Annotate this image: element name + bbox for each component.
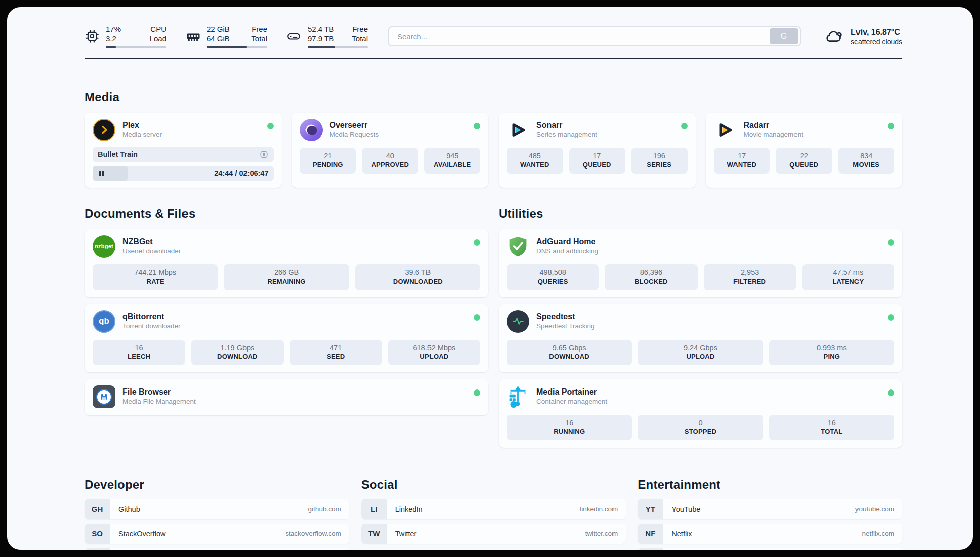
- disk-total-label: Total: [352, 34, 368, 43]
- stat-value: 17: [571, 151, 624, 160]
- bookmark-youtube[interactable]: YT YouTube youtube.com: [638, 499, 902, 519]
- stat-label: PENDING: [302, 160, 354, 170]
- app-card-qbittorrent[interactable]: qb qBittorrent Torrent downloader 16 LEE…: [85, 304, 488, 372]
- app-card-speedtest[interactable]: Speedtest Speedtest Tracking 9.65 Gbps D…: [499, 304, 902, 372]
- weather-condition: scattered clouds: [851, 37, 902, 46]
- playback-progress-row[interactable]: 24:44 / 02:06:47: [93, 166, 274, 181]
- stat-tile-download: 9.65 Gbps DOWNLOAD: [507, 340, 632, 365]
- stat-label: BLOCKED: [607, 277, 695, 286]
- stat-label: DOWNLOAD: [193, 352, 281, 361]
- cpu-load-value: 3.2: [106, 34, 121, 43]
- app-card-plex[interactable]: Plex Media server Bullet Train 24:44 / 0…: [85, 113, 282, 188]
- app-card-adguard[interactable]: AdGuard Home DNS and adblocking 498,508 …: [499, 229, 902, 297]
- stat-label: SERIES: [633, 160, 686, 170]
- app-name: Speedtest: [536, 311, 881, 322]
- nzbget-icon: nzbget: [93, 235, 115, 258]
- status-online-dot: [888, 314, 894, 321]
- qbittorrent-icon: qb: [93, 310, 115, 333]
- app-subtitle: Movie management: [744, 130, 881, 139]
- playback-progress-fill: [93, 166, 128, 181]
- stat-label: RATE: [95, 277, 216, 286]
- section-title-social: Social: [361, 478, 626, 492]
- bookmark-stackoverflow[interactable]: SO StackOverflow stackoverflow.com: [85, 524, 349, 544]
- app-name: Overseerr: [330, 120, 467, 130]
- bookmark-tag: NF: [638, 524, 663, 544]
- ram-icon: [186, 29, 201, 44]
- stat-value: 0.993 ms: [771, 343, 892, 352]
- stat-tile-queries: 498,508 QUERIES: [507, 264, 599, 290]
- status-online-dot: [681, 123, 688, 129]
- stat-value: 2,953: [706, 268, 794, 277]
- stat-value: 9.24 Gbps: [640, 343, 761, 352]
- bookmark-tag: YT: [638, 499, 663, 519]
- stat-tile-blocked: 86,396 BLOCKED: [605, 264, 697, 290]
- stat-label: MOVIES: [840, 160, 893, 170]
- bookmark-name: LinkedIn: [395, 505, 423, 513]
- speedtest-icon: [507, 310, 529, 333]
- stat-label: UPLOAD: [640, 352, 761, 361]
- stat-value: 196: [633, 151, 686, 160]
- stat-tile-running: 16 RUNNING: [507, 415, 632, 440]
- app-subtitle: Media File Management: [122, 397, 467, 406]
- nzbget-icon-text: nzbget: [95, 243, 113, 249]
- stat-tile-downloaded: 39.6 TB DOWNLOADED: [355, 264, 480, 290]
- stat-value: 0: [640, 418, 761, 427]
- app-card-overseerr[interactable]: Overseerr Media Requests 21 PENDING 40 A…: [292, 113, 489, 188]
- stat-label: RUNNING: [509, 427, 630, 436]
- section-title-entertainment: Entertainment: [638, 478, 902, 492]
- bookmark-dev[interactable]: DT DEV dev.to: [85, 548, 349, 550]
- stat-tile-latency: 47.57 ms LATENCY: [802, 264, 894, 290]
- app-card-radarr[interactable]: Radarr Movie management 17 WANTED 22 QUE…: [706, 113, 903, 188]
- now-playing-title: Bullet Train: [98, 150, 138, 158]
- section-title-developer: Developer: [85, 478, 349, 492]
- stat-tile-available: 945 AVAILABLE: [424, 148, 481, 174]
- app-name: NZBGet: [122, 236, 467, 247]
- cpu-load-label: Load: [150, 34, 166, 43]
- stat-value: 39.6 TB: [357, 268, 478, 277]
- disk-total-value: 97.9 TB: [308, 34, 334, 43]
- app-card-sonarr[interactable]: Sonarr Series management 485 WANTED 17 Q…: [499, 113, 696, 188]
- top-bar: 17% 3.2 CPU Load: [85, 24, 902, 48]
- stat-value: 16: [95, 343, 183, 352]
- stop-icon[interactable]: [259, 150, 269, 159]
- bookmark-netflix[interactable]: NF Netflix netflix.com: [638, 524, 902, 544]
- filebrowser-icon: [93, 385, 115, 408]
- stat-value: 834: [840, 151, 893, 160]
- stat-tile-upload: 9.24 Gbps UPLOAD: [638, 340, 763, 365]
- disk-stat: 52.4 TB 97.9 TB Free Total: [286, 24, 368, 48]
- adguard-icon: [507, 235, 529, 258]
- app-subtitle: Speedtest Tracking: [536, 322, 881, 331]
- pause-icon[interactable]: [99, 171, 104, 176]
- ram-progress-fill: [207, 46, 247, 48]
- status-online-dot: [474, 123, 480, 129]
- bookmark-twitter[interactable]: TW Twitter twitter.com: [361, 524, 626, 544]
- stat-value: 86,396: [607, 268, 695, 277]
- stat-value: 22: [778, 151, 830, 160]
- stat-value: 498,508: [509, 268, 597, 277]
- app-subtitle: Usenet downloader: [122, 247, 467, 256]
- bookmark-url: stackoverflow.com: [285, 530, 341, 537]
- cpu-progress-fill: [106, 46, 116, 48]
- search-engine-button[interactable]: G: [770, 28, 798, 44]
- plex-icon: [93, 119, 115, 141]
- app-name: Media Portainer: [536, 386, 881, 397]
- app-subtitle: Container management: [536, 397, 881, 406]
- bookmark-reddit[interactable]: RE Reddit reddit.com: [638, 548, 902, 550]
- app-card-nzbget[interactable]: nzbget NZBGet Usenet downloader 744.21 M…: [85, 229, 488, 297]
- section-title-utilities: Utilities: [499, 207, 902, 221]
- app-card-portainer[interactable]: Media Portainer Container management 16 …: [499, 379, 902, 448]
- search-input[interactable]: [397, 32, 770, 41]
- bookmark-github[interactable]: GH Github github.com: [85, 499, 349, 519]
- section-title-documents: Documents & Files: [85, 207, 488, 221]
- search-bar: G: [388, 26, 801, 46]
- app-card-filebrowser[interactable]: File Browser Media File Management: [85, 379, 488, 415]
- system-stats: 17% 3.2 CPU Load: [85, 24, 368, 48]
- stat-tile-leech: 16 LEECH: [93, 340, 185, 365]
- stat-tile-movies: 834 MOVIES: [838, 148, 895, 174]
- qbittorrent-icon-text: qb: [99, 316, 109, 326]
- stat-label: WANTED: [509, 160, 561, 170]
- stat-label: QUERIES: [509, 277, 597, 286]
- bookmark-linkedin[interactable]: LI LinkedIn linkedin.com: [361, 499, 626, 519]
- bookmark-url: github.com: [308, 505, 341, 513]
- stat-tile-upload: 618.52 Mbps UPLOAD: [388, 340, 480, 365]
